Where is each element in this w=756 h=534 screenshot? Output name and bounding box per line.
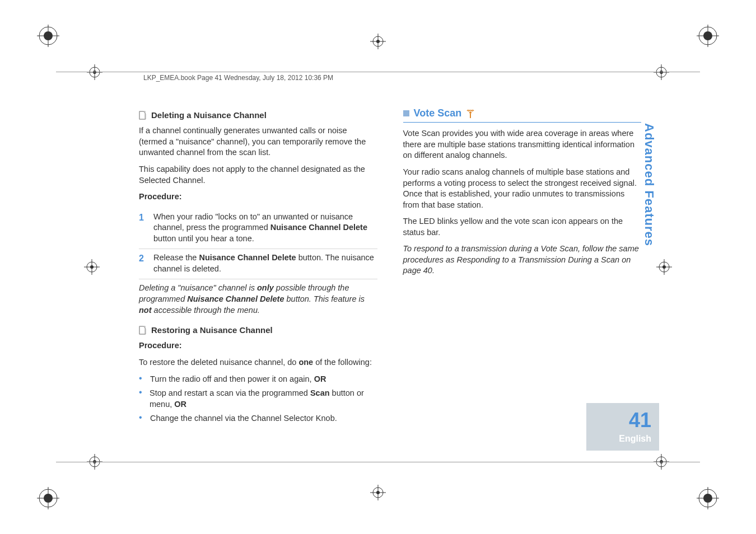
crosshair-icon	[370, 485, 386, 500]
procedure-label: Procedure:	[139, 191, 377, 203]
para: This capability does not apply to the ch…	[139, 164, 377, 186]
para: Vote Scan provides you with wide area co…	[403, 128, 642, 161]
registration-mark-icon	[697, 25, 719, 47]
registration-mark-icon	[697, 487, 719, 509]
crosshair-icon	[370, 34, 386, 49]
step-text: Release the Nuisance Channel Delete butt…	[153, 252, 377, 274]
registration-mark-icon	[37, 487, 59, 509]
crosshair-icon	[654, 64, 669, 80]
step-number: 1	[139, 212, 148, 245]
note: Deleting a "nuisance" channel is only po…	[139, 283, 377, 316]
bullet-text: Turn the radio off and then power it on …	[150, 374, 326, 385]
side-tab: Advanced Features	[639, 123, 659, 437]
crop-line	[56, 72, 700, 72]
heading-text: Vote Scan	[414, 106, 462, 120]
doc-header-path: LKP_EMEA.book Page 41 Wednesday, July 18…	[143, 74, 333, 82]
para: Your radio scans analog channels of mult…	[403, 167, 642, 210]
bullet-icon: •	[139, 374, 144, 385]
bullet-list: • Turn the radio off and then power it o…	[139, 374, 377, 424]
restore-intro: To restore the deleted nuisance channel,…	[139, 357, 377, 368]
procedure-label: Procedure:	[139, 340, 377, 352]
page-icon	[139, 326, 147, 335]
heading-deleting-nuisance: Deleting a Nuisance Channel	[139, 110, 377, 121]
page: LKP_EMEA.book Page 41 Wednesday, July 18…	[0, 0, 756, 534]
crosshair-icon	[87, 64, 102, 80]
bullet-text: Change the channel via the Channel Selec…	[150, 413, 337, 424]
content-area: Deleting a Nuisance Channel If a channel…	[139, 106, 658, 456]
steps-list: 1 When your radio "locks on to" an unwan…	[139, 208, 377, 280]
heading-vote-scan: Vote Scan	[403, 106, 642, 123]
heading-text: Deleting a Nuisance Channel	[151, 110, 267, 121]
heading-text: Restoring a Nuisance Channel	[151, 325, 273, 336]
bullet-item: • Turn the radio off and then power it o…	[139, 374, 377, 385]
page-footer: 41 English	[586, 403, 659, 451]
crosshair-icon	[84, 259, 100, 275]
step-item: 1 When your radio "locks on to" an unwan…	[139, 208, 377, 250]
heading-restoring-nuisance: Restoring a Nuisance Channel	[139, 325, 377, 336]
antenna-icon	[466, 109, 475, 118]
crop-line	[56, 462, 700, 462]
step-item: 2 Release the Nuisance Channel Delete bu…	[139, 249, 377, 279]
bullet-item: • Change the channel via the Channel Sel…	[139, 413, 377, 424]
step-text: When your radio "locks on to" an unwante…	[153, 212, 377, 245]
page-icon	[139, 111, 147, 120]
bullet-item: • Stop and restart a scan via the progra…	[139, 388, 377, 410]
para: The LED blinks yellow and the vote scan …	[403, 216, 642, 238]
square-bullet-icon	[403, 110, 409, 116]
bullet-icon: •	[139, 388, 144, 410]
para: If a channel continually generates unwan…	[139, 125, 377, 158]
bullet-text: Stop and restart a scan via the programm…	[150, 388, 377, 410]
left-column: Deleting a Nuisance Channel If a channel…	[139, 106, 377, 456]
language-label: English	[619, 434, 651, 444]
bullet-icon: •	[139, 413, 144, 424]
page-number: 41	[629, 410, 651, 430]
registration-mark-icon	[37, 25, 59, 47]
note: To respond to a transmission during a Vo…	[403, 243, 642, 277]
svg-point-50	[469, 111, 472, 114]
step-number: 2	[139, 252, 148, 274]
section-tab-label: Advanced Features	[642, 123, 656, 246]
